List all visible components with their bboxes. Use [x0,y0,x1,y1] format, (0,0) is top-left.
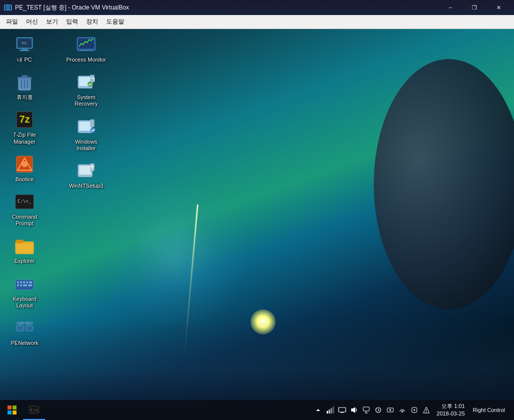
system-recovery-icon [76,72,96,92]
close-button[interactable]: ✕ [487,0,510,15]
my-pc-icon: PC [15,35,35,55]
winntsetup-icon [76,161,96,181]
svg-marker-60 [316,409,320,411]
menubar: 파일 머신 보기 입력 장치 도움말 [0,15,514,29]
restore-button[interactable]: ❐ [463,0,486,15]
command-prompt-label: Command Prompt [5,214,45,227]
system-clock[interactable]: 오후 1:01 2018-03-25 [434,402,468,418]
tray-icon-extra1[interactable] [373,404,384,415]
svg-rect-25 [17,281,19,283]
tray-volume-icon[interactable] [349,404,360,415]
window-title: PE_TEST [실행 중] - Oracle VM VirtualBox [15,4,439,12]
icon-explorer[interactable]: Explorer [3,233,47,267]
taskbar-cmd[interactable]: C:\>_ [23,400,45,420]
icon-system-recovery[interactable]: System Recovery [64,69,108,110]
clock-date: 2018-03-25 [437,410,465,417]
svg-rect-26 [20,281,22,283]
svg-rect-57 [13,410,17,414]
icon-command-prompt[interactable]: C:\>_ Command Prompt [3,189,47,230]
titlebar: PE_TEST [실행 중] - Oracle VM VirtualBox − … [0,0,514,15]
svg-rect-28 [26,281,28,283]
desktop: PC 내 PC 휴지통 [0,29,514,420]
tray-icon-extra4[interactable] [409,404,420,415]
recycle-bin-icon [15,72,35,92]
7zip-label: 7-Zip File Manager [5,132,45,145]
keyboard-layout-label: Keyboard Layout [5,296,45,309]
svg-text:C:\>_: C:\>_ [31,408,39,412]
windows-installer-icon [76,117,96,137]
svg-marker-67 [351,407,355,413]
menu-devices[interactable]: 장치 [82,16,102,28]
svg-rect-55 [13,405,17,409]
process-monitor-icon [76,35,96,55]
window-controls: − ❐ ✕ [439,0,510,15]
menu-help[interactable]: 도움말 [102,16,128,28]
tray-icon-extra2[interactable] [385,404,396,415]
right-control-label: Right Control [470,407,508,413]
explorer-icon [15,236,35,256]
windows-installer-label: Windows Installer [66,139,106,152]
svg-rect-6 [20,50,30,51]
menu-view[interactable]: 보기 [42,16,62,28]
menu-file[interactable]: 파일 [2,16,22,28]
explorer-label: Explorer [15,258,35,264]
network-icon [15,318,35,338]
svg-rect-32 [23,284,27,286]
svg-rect-31 [20,284,22,286]
svg-rect-54 [8,405,12,409]
my-pc-label: 내 PC [17,57,32,63]
clock-time: 오후 1:01 [441,402,464,410]
tray-arrow[interactable] [313,404,324,415]
svg-text:PC: PC [22,41,27,46]
svg-rect-33 [28,284,32,286]
svg-point-76 [401,410,403,412]
svg-rect-29 [29,281,32,283]
svg-rect-5 [22,49,28,50]
tray-icon-extra5[interactable] [421,404,432,415]
minimize-button[interactable]: − [439,0,462,15]
icon-7zip[interactable]: 7z 7-Zip File Manager [3,107,47,148]
icon-process-monitor[interactable]: Process Monitor [64,32,108,66]
start-button[interactable] [2,400,22,420]
svg-rect-64 [333,406,334,413]
svg-text:7z: 7z [19,114,30,125]
svg-rect-22 [16,240,24,243]
icon-keyboard-layout[interactable]: Keyboard Layout [3,271,47,312]
bg-glow [100,179,250,329]
svg-line-73 [378,410,379,411]
svg-rect-63 [331,408,332,413]
svg-rect-35 [26,326,33,331]
desktop-column-2: Process Monitor System Recovery [64,32,108,195]
svg-point-18 [22,161,28,167]
svg-point-75 [389,409,391,411]
menu-machine[interactable]: 머신 [22,16,42,28]
tray-icon-extra3[interactable] [397,404,408,415]
tray-display-icon[interactable] [337,404,348,415]
icon-recycle-bin[interactable]: 휴지통 [3,69,47,104]
system-tray: 오후 1:01 2018-03-25 Right Control [313,402,512,418]
icon-windows-installer[interactable]: Windows Installer [64,114,108,155]
svg-rect-43 [80,50,92,51]
svg-rect-23 [17,244,33,253]
svg-rect-61 [327,411,328,413]
svg-rect-49 [90,128,95,133]
process-monitor-label: Process Monitor [66,57,106,63]
menu-input[interactable]: 입력 [62,16,82,28]
taskbar: C:\>_ [0,400,514,420]
network-label: PENetwork [11,340,38,346]
desktop-column-1: PC 내 PC 휴지통 [3,32,47,352]
svg-rect-51 [79,166,91,175]
svg-rect-56 [8,410,12,414]
svg-rect-48 [79,122,91,131]
icon-bootice[interactable]: Bootice [3,151,47,186]
svg-rect-66 [341,412,344,413]
system-recovery-label: System Recovery [66,94,106,107]
svg-text:C:\>_: C:\>_ [18,199,32,204]
svg-rect-62 [329,409,330,413]
icon-network[interactable]: PENetwork [3,315,47,349]
tray-network2-icon[interactable] [361,404,372,415]
svg-rect-27 [23,281,25,283]
tray-network-icon[interactable] [325,404,336,415]
icon-my-pc[interactable]: PC 내 PC [3,32,47,66]
icon-winntsetup[interactable]: WinNTSetup3 [64,158,108,192]
